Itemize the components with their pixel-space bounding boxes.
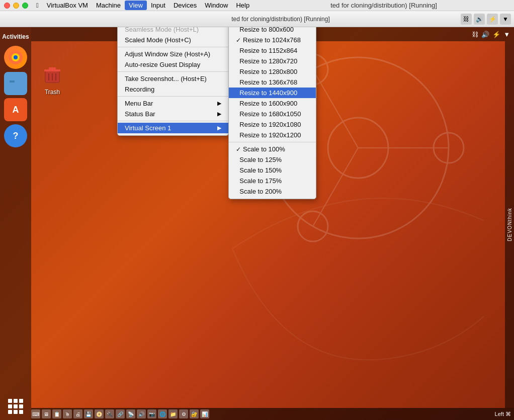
menu-divider-2 (118, 71, 228, 72)
menu-devices[interactable]: Devices (169, 1, 201, 10)
vbox-title: ted for cloning/distribution) [Running] (101, 16, 461, 23)
audio-icon: 🔊 (474, 14, 485, 25)
menubar-arrow-icon: ▶ (217, 100, 221, 107)
menu-divider-3 (118, 96, 228, 97)
menu-autoresize[interactable]: Auto-resize Guest Display (118, 59, 228, 70)
vbox-right-icons: ⛓ 🔊 ⚡ ▼ (461, 14, 511, 25)
menu-menubar[interactable]: Menu Bar ▶ (118, 98, 228, 109)
menu-adjust-window[interactable]: Adjust Window Size (Host+A) (118, 49, 228, 59)
vbox-toolbar: ted for cloning/distribution) [Running] … (0, 11, 514, 27)
mac-menu-bar:  VirtualBox VM Machine View Input Devic… (32, 1, 253, 10)
mac-titlebar:  VirtualBox VM Machine View Input Devic… (0, 0, 514, 11)
view-menu: Full-screen Mode (Host+F) Seamless Mode … (117, 11, 229, 136)
menu-window[interactable]: Window (201, 1, 232, 10)
scale-175[interactable]: Scale to 175% (229, 176, 316, 186)
scale-200[interactable]: Scale to 200% (229, 186, 316, 197)
menu-recording[interactable]: Recording (118, 84, 228, 95)
statusbar-arrow-icon: ▶ (217, 111, 221, 117)
resize-1680[interactable]: Resize to 1680x1050 (229, 109, 316, 119)
resize-1440[interactable]: Resize to 1440x900 (229, 88, 316, 98)
resize-1280-800[interactable]: Resize to 1280x800 (229, 66, 316, 77)
menu-divider-4 (118, 121, 228, 121)
virtual-screen-arrow-icon: ▶ (217, 125, 221, 131)
menu-virtualboxvm[interactable]: VirtualBox VM (43, 1, 92, 10)
resize-1024[interactable]: ✓ Resize to 1024x768 (229, 35, 316, 45)
menu-machine[interactable]: Machine (92, 1, 125, 10)
menu-virtual-screen[interactable]: Virtual Screen 1 ▶ (118, 123, 228, 133)
menu-scaled[interactable]: Scaled Mode (Host+C) (118, 35, 228, 45)
close-button[interactable] (4, 3, 10, 9)
resize-1920-1200[interactable]: Resize to 1920x1200 (229, 130, 316, 140)
network-icon: ⛓ (461, 14, 472, 25)
menu-help[interactable]: Help (232, 1, 253, 10)
resize-1280-720[interactable]: Resize to 1280x720 (229, 56, 316, 66)
battery-icon: ⚡ (487, 14, 498, 25)
menu-divider-1 (118, 47, 228, 47)
scale-125[interactable]: Scale to 125% (229, 154, 316, 165)
virtual-screen-submenu: Resize to 640x480 Resize to 800x600 ✓ Re… (228, 11, 316, 199)
resize-1152[interactable]: Resize to 1152x864 (229, 45, 316, 56)
scale-150[interactable]: Scale to 150% (229, 165, 316, 176)
window-title: ted for cloning/distribution) [Running] (253, 2, 514, 9)
maximize-button[interactable] (22, 3, 28, 9)
menu-statusbar[interactable]: Status Bar ▶ (118, 109, 228, 119)
resize-1920-1080[interactable]: Resize to 1920x1080 (229, 119, 316, 130)
menu-input[interactable]: Input (147, 1, 169, 10)
apple-menu[interactable]:  (32, 1, 43, 10)
scale-100[interactable]: ✓ Scale to 100% (229, 144, 316, 154)
menu-view[interactable]: View (125, 1, 147, 10)
minimize-button[interactable] (13, 3, 19, 9)
menu-overlay: Full-screen Mode (Host+F) Seamless Mode … (0, 0, 514, 420)
resize-1600[interactable]: Resize to 1600x900 (229, 98, 316, 109)
traffic-lights (4, 3, 28, 9)
resize-1366[interactable]: Resize to 1366x768 (229, 77, 316, 88)
dropdown-arrow-icon[interactable]: ▼ (500, 14, 511, 25)
scale-divider (229, 142, 316, 142)
menu-screenshot[interactable]: Take Screenshot... (Host+E) (118, 73, 228, 84)
